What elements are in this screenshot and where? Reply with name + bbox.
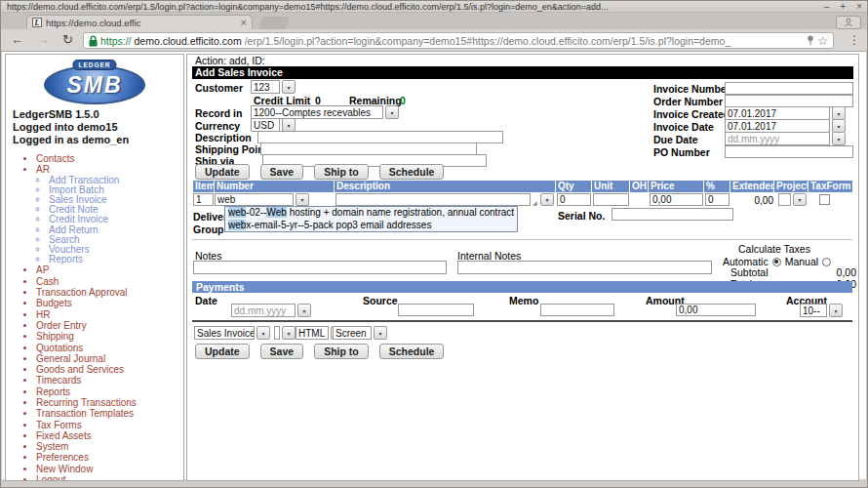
save-button[interactable]: Save [260,164,304,180]
browser-menu-icon[interactable]: ⋮ [848,33,860,47]
sidebar-item-tax-forms[interactable]: Tax Forms [36,420,183,430]
sidebar-item-goods-and-services[interactable]: Goods and Services [36,364,183,375]
discount-percent-input[interactable] [705,193,730,206]
sidebar-item-ap[interactable]: AP [36,264,183,275]
tab-close-icon[interactable]: × [241,18,247,27]
schedule-button[interactable]: Schedule [379,164,445,180]
part-number-input[interactable] [215,193,294,206]
url-bar[interactable]: https:// demo.cloud.efficito.com /erp/1.… [83,32,834,49]
invoice-date-date[interactable]: ▾ [725,119,846,133]
invoice-date-input[interactable] [725,119,830,133]
maximize-icon[interactable]: + [840,1,846,12]
shipping-point-label: Shipping Point [195,143,267,155]
chevron-down-icon[interactable]: ▾ [282,326,296,340]
reload-icon[interactable]: ↻ [62,31,73,48]
project-select[interactable]: ▾ [778,193,807,206]
payment-memo-input[interactable] [540,304,614,316]
media-select[interactable]: Screen ▾ [333,326,387,340]
sidebar-item-general-journal[interactable]: General Journal [36,353,183,364]
part-number-dropdown-icon[interactable]: ▾ [296,193,309,206]
po-number-input[interactable] [725,145,853,158]
sidebar-item-budgets[interactable]: Budgets [36,298,183,308]
chevron-down-icon[interactable]: ▾ [282,80,296,94]
document-type-select[interactable]: Sales Invoice ▾ [194,326,270,340]
save-button[interactable]: Save [260,344,304,359]
taxform-checkbox[interactable] [819,194,830,205]
payment-date-picker[interactable]: ▾ [231,304,311,317]
notes-input[interactable] [193,261,447,274]
sidebar-item-transaction-templates[interactable]: Transaction Templates [36,408,183,419]
currency-select[interactable]: USD ▾ [251,118,296,132]
customer-select[interactable]: 123 ▾ [251,80,296,94]
invoice-created-date[interactable]: ▾ [725,106,846,120]
sidebar-item-system[interactable]: System [36,441,183,452]
chevron-down-icon[interactable]: ▾ [282,118,296,132]
payment-memo-col: Memo [509,295,538,306]
sidebar-item-shipping[interactable]: Shipping [36,331,183,342]
autocomplete-option[interactable]: webx-email-5-yr--5-pack pop3 email addre… [225,220,517,232]
close-icon[interactable]: × [856,1,862,12]
internal-notes-input[interactable] [457,261,712,274]
automatic-radio[interactable] [772,258,781,266]
sidebar-item-ar-reports[interactable]: Reports [49,255,183,264]
sidebar-item-ar[interactable]: AR Add Transaction Import Batch Sales In… [36,164,183,264]
chevron-down-icon[interactable]: ▾ [793,193,807,206]
due-date-date[interactable]: ▾ [725,132,846,145]
calendar-dropdown-icon[interactable]: ▾ [832,106,846,120]
resize-handle-icon[interactable]: ◢ [533,199,537,206]
sidebar-item-order-entry[interactable]: Order Entry [36,320,183,331]
invoice-number-input[interactable] [725,82,853,95]
chevron-down-icon[interactable]: ▾ [385,105,399,119]
line-description-dropdown-icon[interactable]: ▾ [540,193,554,206]
sidebar-item-contacts[interactable]: Contacts [36,153,183,164]
chevron-down-icon[interactable]: ▾ [374,326,387,340]
item-number-cell[interactable] [193,193,214,206]
sidebar-item-new-window[interactable]: New Window [36,464,183,474]
due-date-input[interactable] [725,132,830,145]
chevron-down-icon[interactable]: ▾ [829,304,843,317]
calendar-dropdown-icon[interactable]: ▾ [297,304,311,317]
unit-input[interactable] [593,193,629,206]
schedule-button[interactable]: Schedule [379,344,445,359]
new-tab-button[interactable] [258,17,290,29]
sidebar-item-hr[interactable]: HR [36,309,183,320]
col-oh: OH [630,181,648,192]
chevron-down-icon[interactable]: ▾ [256,326,270,340]
sidebar-item-logout[interactable]: Logout [36,474,183,481]
payment-amount-input[interactable] [676,304,756,316]
payment-source-input[interactable] [398,304,474,316]
autocomplete-option[interactable]: web-02--Web hosting + domain name regist… [225,207,517,220]
currency-label: Currency [195,120,240,132]
price-input[interactable] [650,193,703,206]
sidebar-item-preferences[interactable]: Preferences [36,452,183,463]
manual-radio[interactable] [822,258,831,266]
sidebar-item-recurring-transactions[interactable]: Recurring Transactions [36,397,183,408]
sidebar-item-transaction-approval[interactable]: Transaction Approval [36,287,183,298]
profile-button[interactable] [836,16,861,29]
language-select[interactable]: ▾ [274,326,296,340]
sidebar-item-reports[interactable]: Reports [36,386,183,397]
serial-no-input[interactable] [612,208,733,221]
record-in-select[interactable]: 1200--Comptes recevables ▾ [251,105,399,119]
update-button[interactable]: Update [195,164,250,180]
payment-date-input[interactable] [231,304,296,317]
ship-to-button[interactable]: Ship to [314,164,369,180]
update-button[interactable]: Update [195,344,250,359]
pin-icon[interactable] [807,35,814,46]
ship-to-button[interactable]: Ship to [314,344,369,359]
sidebar-item-cash[interactable]: Cash [36,276,183,287]
bookmark-star-icon[interactable]: ☆ [817,34,828,48]
invoice-created-input[interactable] [725,106,830,120]
sidebar-item-timecards[interactable]: Timecards [36,375,183,386]
qty-input[interactable] [557,193,591,206]
sidebar-item-quotations[interactable]: Quotations [36,343,183,353]
browser-tab[interactable]: L https://demo.cloud.effic × [26,15,253,29]
minimize-icon[interactable]: – [824,1,830,12]
line-description-input[interactable] [335,193,531,206]
payment-account-select[interactable]: 10-- ▾ [800,304,843,317]
back-icon[interactable]: ← [11,31,23,48]
forward-icon[interactable]: → [37,31,50,48]
calendar-dropdown-icon[interactable]: ▾ [832,119,846,133]
sidebar-item-fixed-assets[interactable]: Fixed Assets [36,430,183,441]
calendar-dropdown-icon[interactable]: ▾ [832,132,846,145]
